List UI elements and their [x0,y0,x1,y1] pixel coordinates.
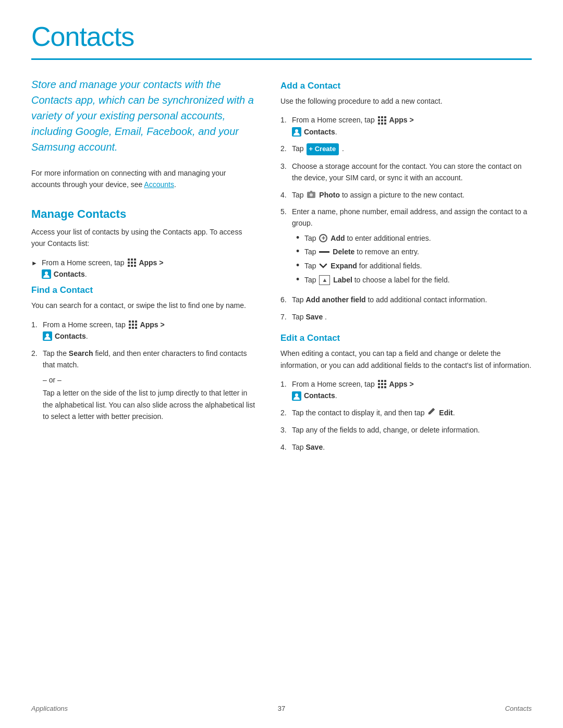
sub-bullet-expand: • Tap Expand for additio [296,260,532,272]
add-step-6: 6. Tap Add another field to add addition… [280,294,532,305]
intro-note: For more information on connecting with … [31,167,255,191]
find-step-2: 2. Tap the Search field, and then enter … [31,348,255,371]
find-contacts-label: Contacts [55,332,86,340]
add-step-2: 2. Tap + Create . [280,143,532,155]
edit-step-1: 1. From a Home screen, tap Apps > [280,378,532,402]
create-button-icon: + Create [307,143,339,155]
svg-rect-8 [310,191,312,192]
two-col-layout: Store and manage your contacts with the … [31,77,532,458]
edit-contact-steps: 1. From a Home screen, tap Apps > [280,378,532,453]
contacts-icon-edit [292,391,301,401]
accounts-link[interactable]: Accounts [144,180,174,189]
apps-grid-icon-3 [378,116,386,125]
apps-grid-icon [128,258,136,267]
pencil-edit-icon [427,407,436,418]
find-contact-heading: Find a Contact [31,285,255,295]
sub-bullet-delete: • Tap Delete to remove an entry. [296,246,532,257]
page-title: Contacts [31,21,532,52]
manage-contacts-step: ► From a Home screen, tap Apps > [31,257,255,280]
footer-page-number: 37 [278,705,285,712]
edit-contact-heading: Edit a Contact [280,333,532,343]
manage-step-text: From a Home screen, tap Apps > [42,257,164,280]
find-contact-steps: 1. From a Home screen, tap Apps > [31,319,255,371]
footer-left: Applications [31,705,68,712]
edit-contact-desc: When editing a contact, you can tap a fi… [280,348,532,371]
page-container: Contacts Store and manage your contacts … [0,0,563,489]
add-step-1: 1. From a Home screen, tap Apps > [280,114,532,138]
expand-chevron-icon [319,260,327,272]
find-contact-desc: You can search for a contact, or swipe t… [31,300,255,311]
add-contact-steps: 1. From a Home screen, tap Apps > [280,114,532,323]
manage-contacts-desc: Access your list of contacts by using th… [31,226,255,250]
svg-point-1 [45,272,48,275]
add-sub-bullets: • Tap + Add to enter additional entries.… [296,232,532,286]
edit-contacts-label: Contacts [304,391,335,400]
contacts-label: Contacts [54,270,85,278]
add-step-3: 3. Choose a storage account for the cont… [280,161,532,184]
title-divider [31,58,532,60]
edit-step-4: 4. Tap Save. [280,441,532,453]
page-footer: Applications 37 Contacts [0,705,563,712]
add-contact-desc: Use the following procedure to add a new… [280,95,532,107]
intro-note-end: . [174,180,176,189]
edit-step-3: 3. Tap any of the fields to add, change,… [280,424,532,436]
contacts-person-icon [42,269,51,279]
or-divider: – or – [43,376,255,384]
add-contact-heading: Add a Contact [280,81,532,91]
intro-italic: Store and manage your contacts with the … [31,77,255,155]
svg-point-10 [295,393,298,397]
svg-point-3 [46,334,49,337]
apps-grid-icon-2 [129,320,137,329]
contacts-icon-add [292,127,301,137]
photo-icon [307,190,316,200]
find-alt-text: Tap a letter on the side of the list to … [43,387,255,422]
add-step-7: 7. Tap Save . [280,311,532,323]
intro-note-text: For more information on connecting with … [31,169,226,189]
svg-point-7 [310,193,313,196]
find-step-1: 1. From a Home screen, tap Apps > [31,319,255,342]
add-circle-icon: + [319,234,327,242]
add-step-5: 5. Enter a name, phone number, email add… [280,206,532,289]
apps-label: Apps > [139,258,163,267]
left-column: Store and manage your contacts with the … [31,77,255,458]
svg-point-5 [295,129,298,132]
apps-grid-icon-4 [378,380,386,388]
arrow-icon: ► [31,258,38,268]
label-box-icon: ▲ [319,275,330,286]
sub-bullet-label: • Tap ▲ Label to choose a label for the … [296,274,532,286]
edit-step-2: 2. Tap the contact to display it, and th… [280,407,532,419]
delete-line-icon [319,251,329,253]
sub-bullet-add: • Tap + Add to enter additional entries. [296,232,532,244]
add-step-4: 4. Tap Photo to assign a picture to the … [280,189,532,201]
add-contacts-label: Contacts [304,128,335,136]
right-column: Add a Contact Use the following procedur… [280,77,532,458]
contacts-icon-find [43,331,52,341]
footer-right: Contacts [505,705,532,712]
manage-contacts-heading: Manage Contacts [31,207,255,221]
